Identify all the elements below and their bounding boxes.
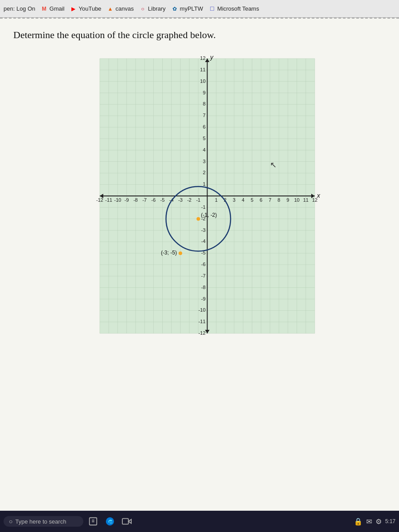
nav-library[interactable]: ○ Library — [139, 5, 166, 12]
library-icon: ○ — [139, 5, 146, 12]
youtube-label: YouTube — [79, 5, 102, 12]
nav-gmail[interactable]: M Gmail — [41, 5, 65, 12]
teams-icon: ☐ — [208, 5, 215, 12]
svg-rect-4 — [122, 519, 129, 524]
browser-navbar: pen: Log On M Gmail ▶ YouTube ▲ canvas ○… — [0, 0, 399, 18]
nav-teams[interactable]: ☐ Microsoft Teams — [208, 5, 259, 12]
taskbar-file-icon[interactable] — [86, 514, 100, 528]
main-content: Determine the equation of the circle gra… — [0, 19, 399, 512]
gmail-label: Gmail — [50, 5, 65, 12]
nav-youtube[interactable]: ▶ YouTube — [70, 5, 102, 12]
graph-wrapper — [75, 50, 324, 351]
taskbar-edge-icon[interactable] — [103, 514, 117, 528]
coordinate-graph — [75, 50, 324, 351]
teams-label: Microsoft Teams — [217, 5, 259, 12]
gmail-icon: M — [41, 5, 48, 12]
time-display: 5:17 — [385, 518, 395, 524]
taskbar: ○ Type here to search 🔒 ✉ ⚙ 5:17 — [0, 511, 399, 532]
nav-canvas[interactable]: ▲ canvas — [107, 5, 134, 12]
question-text: Determine the equation of the circle gra… — [13, 29, 386, 41]
search-placeholder: Type here to search — [15, 518, 66, 525]
search-bar[interactable]: ○ Type here to search — [4, 516, 83, 527]
taskbar-settings-icon[interactable]: ⚙ — [376, 517, 382, 526]
nav-logon[interactable]: pen: Log On — [4, 5, 35, 12]
youtube-icon: ▶ — [70, 5, 77, 12]
taskbar-camera-icon[interactable] — [120, 514, 134, 528]
logon-label: pen: Log On — [4, 5, 35, 12]
graph-container — [13, 50, 386, 351]
canvas-icon: ▲ — [107, 5, 114, 12]
search-circle-icon: ○ — [9, 518, 12, 525]
mypltw-icon: ✿ — [171, 5, 178, 12]
taskbar-right-area: 🔒 ✉ ⚙ 5:17 — [354, 517, 395, 526]
mypltw-label: myPLTW — [180, 5, 203, 12]
library-label: Library — [148, 5, 166, 12]
nav-mypltw[interactable]: ✿ myPLTW — [171, 5, 203, 12]
canvas-label: canvas — [116, 5, 134, 12]
taskbar-envelope-icon[interactable]: ✉ — [366, 517, 372, 526]
taskbar-lock-icon[interactable]: 🔒 — [354, 517, 363, 526]
